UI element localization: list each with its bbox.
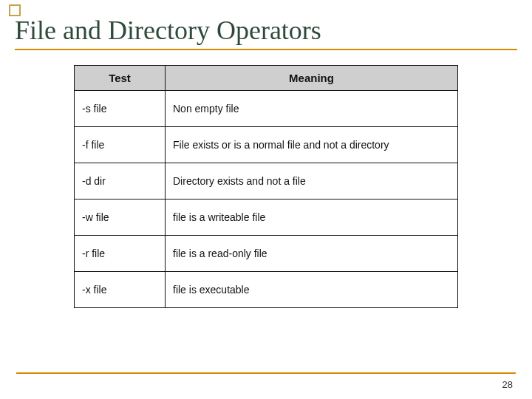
cell-test: -x file [75, 272, 166, 308]
table-row: -w file file is a writeable file [75, 200, 458, 236]
col-header-meaning: Meaning [166, 66, 458, 91]
table-row: -s file Non empty file [75, 91, 458, 127]
cell-meaning: Directory exists and not a file [166, 163, 458, 200]
cell-test: -f file [75, 127, 166, 163]
operators-table: Test Meaning -s file Non empty file -f f… [74, 65, 458, 308]
page-title: File and Directory Operators [15, 15, 517, 46]
cell-test: -s file [75, 91, 166, 127]
table-row: -d dir Directory exists and not a file [75, 163, 458, 200]
title-rule [15, 49, 517, 50]
table-header-row: Test Meaning [75, 66, 458, 91]
cell-test: -d dir [75, 163, 166, 200]
table-row: -x file file is executable [75, 272, 458, 308]
cell-test: -w file [75, 200, 166, 236]
page-number: 28 [502, 379, 513, 390]
cell-meaning: file is a read-only file [166, 236, 458, 272]
title-block: File and Directory Operators [0, 0, 532, 55]
table-row: -f file File exists or is a normal file … [75, 127, 458, 163]
table-row: -r file file is a read-only file [75, 236, 458, 272]
cell-meaning: Non empty file [166, 91, 458, 127]
footer-rule [16, 372, 516, 374]
cell-meaning: file is executable [166, 272, 458, 308]
cell-meaning: file is a writeable file [166, 200, 458, 236]
cell-meaning: File exists or is a normal file and not … [166, 127, 458, 163]
title-accent-square [9, 4, 21, 16]
col-header-test: Test [75, 66, 166, 91]
cell-test: -r file [75, 236, 166, 272]
